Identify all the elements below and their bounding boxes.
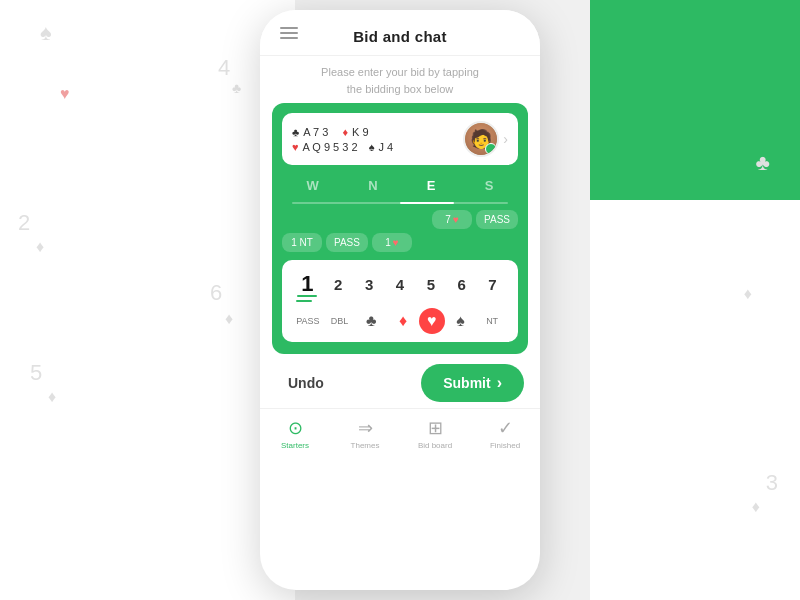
- num-btn-2[interactable]: 2: [324, 268, 352, 300]
- subtitle: Please enter your bid by tapping the bid…: [260, 56, 540, 103]
- bid-1heart: 1 ♥: [372, 233, 412, 252]
- undo-button[interactable]: Undo: [276, 369, 336, 397]
- hand-cards-3: A Q 9 5 3 2: [303, 141, 358, 153]
- deco-diamond-bot: ♦: [48, 388, 56, 406]
- themes-label: Themes: [351, 441, 380, 450]
- deco-diamond-r1: ♦: [744, 285, 752, 303]
- hand-display: ♣ A 7 3 ♦ K 9 ♥ A Q 9 5 3 2 ♠ J 4 🧑: [282, 113, 518, 165]
- deco-4-tr: 4: [218, 55, 230, 81]
- tab-south[interactable]: S: [477, 175, 502, 196]
- bid-row-1: 7 ♥ PASS: [282, 210, 518, 229]
- page-title: Bid and chat: [353, 28, 447, 45]
- bid-row-2: 1 NT PASS 1 ♥: [282, 233, 518, 252]
- deco-spade-tl: ♠: [40, 20, 52, 46]
- hamburger-menu[interactable]: [280, 27, 298, 39]
- deco-diamond-l2: ♦: [36, 238, 44, 256]
- action-row: Undo Submit ›: [260, 354, 540, 408]
- suit-heart-1: ♥: [292, 141, 299, 153]
- nav-themes[interactable]: ⇒ Themes: [330, 417, 400, 450]
- avatar-online-badge: [485, 143, 497, 155]
- deco-2-l: 2: [18, 210, 30, 236]
- number-row: 1 2 3 4 5 6 7: [282, 260, 518, 304]
- hand-cards-1: A 7 3: [303, 126, 328, 138]
- suit-diamond[interactable]: ♦: [387, 309, 419, 333]
- tabs-underline: [292, 202, 508, 204]
- themes-icon: ⇒: [358, 417, 373, 439]
- hand-line-1: ♣ A 7 3 ♦ K 9: [292, 126, 393, 138]
- num-btn-1[interactable]: 1: [293, 268, 321, 300]
- bid-pass-1: PASS: [476, 210, 518, 229]
- bid-pass-2: PASS: [326, 233, 368, 252]
- num-btn-4[interactable]: 4: [386, 268, 414, 300]
- deco-diamond-br: ♦: [752, 498, 760, 516]
- deco-diamond-bl: ♦: [225, 310, 233, 328]
- deco-heart-tl: ♥: [60, 85, 70, 103]
- starters-icon: ⊙: [288, 417, 303, 439]
- deco-club-r1: ♣: [756, 150, 770, 176]
- selected-number-indicator: [296, 300, 312, 302]
- submit-button[interactable]: Submit ›: [421, 364, 524, 402]
- suit-row: PASS DBL ♣ ♦ ♥ ♠ NT: [282, 306, 518, 342]
- hand-cards-4: J 4: [378, 141, 393, 153]
- game-area: ♣ A 7 3 ♦ K 9 ♥ A Q 9 5 3 2 ♠ J 4 🧑: [272, 103, 528, 354]
- tab-north[interactable]: N: [360, 175, 385, 196]
- hand-line-2: ♥ A Q 9 5 3 2 ♠ J 4: [292, 141, 393, 153]
- starters-label: Starters: [281, 441, 309, 450]
- tabs-active-indicator: [400, 202, 454, 204]
- deco-6-bl: 6: [210, 280, 222, 306]
- num-btn-5[interactable]: 5: [417, 268, 445, 300]
- bottom-nav: ⊙ Starters ⇒ Themes ⊞ Bid board ✓ Finish…: [260, 408, 540, 454]
- num-btn-7[interactable]: 7: [478, 268, 506, 300]
- suit-club-1: ♣: [292, 126, 299, 138]
- chevron-right-icon[interactable]: ›: [503, 131, 508, 147]
- nav-finished[interactable]: ✓ Finished: [470, 417, 540, 450]
- bid-board-icon: ⊞: [428, 417, 443, 439]
- suit-club[interactable]: ♣: [355, 309, 387, 333]
- nav-starters[interactable]: ⊙ Starters: [260, 417, 330, 450]
- avatar-wrap: 🧑 ›: [463, 121, 508, 157]
- hand-suits: ♣ A 7 3 ♦ K 9 ♥ A Q 9 5 3 2 ♠ J 4: [292, 126, 393, 153]
- bid-1nt: 1 NT: [282, 233, 322, 252]
- finished-label: Finished: [490, 441, 520, 450]
- num-btn-6[interactable]: 6: [448, 268, 476, 300]
- bg-left: [0, 0, 295, 600]
- submit-arrow-icon: ›: [497, 374, 502, 392]
- bid-board-label: Bid board: [418, 441, 452, 450]
- suit-heart[interactable]: ♥: [419, 308, 445, 334]
- direction-tabs: W N E S: [282, 175, 518, 196]
- phone-header: Bid and chat: [260, 10, 540, 56]
- tab-west[interactable]: W: [299, 175, 327, 196]
- avatar: 🧑: [463, 121, 499, 157]
- suit-diamond-1: ♦: [342, 126, 348, 138]
- suit-spade-1: ♠: [369, 141, 375, 153]
- suit-pass[interactable]: PASS: [292, 309, 324, 333]
- suit-dbl[interactable]: DBL: [324, 309, 356, 333]
- suit-nt[interactable]: NT: [476, 309, 508, 333]
- num-btn-3[interactable]: 3: [355, 268, 383, 300]
- bid-7heart: 7 ♥: [432, 210, 472, 229]
- phone-frame: Bid and chat Please enter your bid by ta…: [260, 10, 540, 590]
- suit-spade[interactable]: ♠: [445, 309, 477, 333]
- hand-cards-2: K 9: [352, 126, 369, 138]
- deco-3-br: 3: [766, 470, 778, 496]
- nav-bid-board[interactable]: ⊞ Bid board: [400, 417, 470, 450]
- numpad: 1 2 3 4 5 6 7 PASS DBL ♣ ♦ ♥ ♠ NT: [282, 260, 518, 342]
- finished-icon: ✓: [498, 417, 513, 439]
- tab-east[interactable]: E: [419, 175, 444, 196]
- deco-4-club: ♣: [232, 80, 241, 96]
- deco-5-bot: 5: [30, 360, 42, 386]
